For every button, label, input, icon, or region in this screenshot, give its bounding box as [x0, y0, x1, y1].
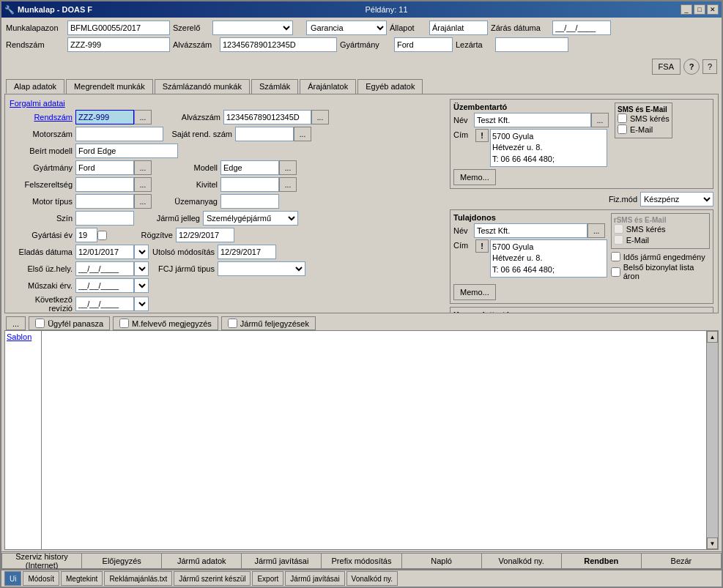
- sms-2-checkbox[interactable]: [614, 224, 623, 234]
- taskbar-jarmu-keszul[interactable]: Jármű szerint készül: [174, 571, 251, 586]
- tab-szamlazando[interactable]: Számlázandó munkák: [155, 79, 250, 94]
- modell-dots-button[interactable]: ...: [279, 160, 297, 175]
- munkalapazon-input[interactable]: [67, 21, 170, 35]
- uzemanyag-input[interactable]: [220, 194, 279, 209]
- alvazszam-header-input[interactable]: [220, 37, 337, 52]
- taskbar-modosit[interactable]: Módosít: [23, 571, 59, 586]
- extra-button[interactable]: ?: [702, 59, 717, 74]
- uzembentarto-exclaim-button[interactable]: !: [475, 129, 489, 142]
- content-scroll-up[interactable]: ▲: [707, 331, 718, 343]
- taskbar-export[interactable]: Export: [252, 571, 283, 586]
- bottom-tab-ugyfel[interactable]: Ügyfél panasza: [29, 316, 110, 330]
- taskbar-reklamajanlat[interactable]: Reklámajánlás.txt: [104, 571, 172, 586]
- tab-alap-adatok[interactable]: Alap adatok: [6, 79, 64, 94]
- rendszam-input[interactable]: [75, 110, 134, 124]
- zaras-datum-input[interactable]: [552, 21, 611, 35]
- bottom-tab-jarmu-felj[interactable]: Jármű feljegyzések: [221, 316, 316, 330]
- motor-tipus-input[interactable]: [75, 194, 134, 209]
- muszaki-select[interactable]: ▼: [134, 278, 149, 293]
- naplo-button[interactable]: Napló: [401, 553, 481, 569]
- gyartmany-header-input[interactable]: [394, 37, 453, 52]
- sablon-link[interactable]: Sablon: [7, 332, 31, 341]
- tulajdonos-nev-input[interactable]: [474, 223, 587, 238]
- fizmod-select[interactable]: Készpénz: [640, 192, 713, 206]
- bottom-tab-dots[interactable]: ...: [6, 316, 26, 330]
- allapot-input[interactable]: [429, 21, 488, 35]
- alvazszam-input[interactable]: [223, 110, 311, 124]
- eladas-datuma-select[interactable]: ▼: [134, 245, 149, 259]
- vonalkod-button[interactable]: Vonalkód ny.: [481, 553, 561, 569]
- tab-megrendelt-munkak[interactable]: Megrendelt munkák: [66, 79, 153, 94]
- bottom-tab-mfelvevo[interactable]: M.felvevő megjegyzés: [113, 316, 218, 330]
- sajat-rend-dots-button[interactable]: ...: [294, 127, 311, 141]
- prefix-mod-button[interactable]: Prefix módosítás: [321, 553, 401, 569]
- felszereltseg-input[interactable]: [75, 177, 134, 192]
- idosjarmu-checkbox[interactable]: [611, 252, 620, 261]
- elso-uz-input[interactable]: [75, 261, 134, 276]
- szerviz-history-button[interactable]: Szerviz history (Internet): [1, 553, 81, 569]
- minimize-button[interactable]: _: [681, 4, 692, 15]
- utolso-mod-input[interactable]: [218, 245, 276, 259]
- jarmu-felj-checkbox[interactable]: [228, 319, 237, 328]
- motorszam-input[interactable]: [75, 127, 163, 141]
- taskbar-ui[interactable]: Ui: [4, 571, 21, 586]
- gyartmany-input[interactable]: [75, 160, 134, 175]
- elso-uz-select[interactable]: ▼: [134, 261, 149, 276]
- gyartasi-ev-input[interactable]: [75, 228, 97, 242]
- beirt-modell-input[interactable]: [75, 144, 178, 158]
- taskbar-vonalkod[interactable]: Vonalkód ny.: [346, 571, 398, 586]
- sms-1-checkbox[interactable]: [618, 113, 627, 123]
- kovetkezo-select[interactable]: ▼: [134, 297, 149, 311]
- muszaki-input[interactable]: [75, 278, 134, 293]
- tulajdonos-memo-button[interactable]: Memo...: [453, 284, 496, 300]
- elojegyzes-button[interactable]: Előjegyzés: [81, 553, 161, 569]
- lezarta-input[interactable]: [495, 37, 568, 52]
- taskbar-megtekint[interactable]: Megtekint: [61, 571, 103, 586]
- email-2-checkbox[interactable]: [614, 235, 623, 245]
- gyartmany-dots-button[interactable]: ...: [134, 160, 152, 175]
- tulajdonos-exclaim-button[interactable]: !: [475, 239, 489, 253]
- jarmu-adatok-button[interactable]: Jármű adatok: [161, 553, 241, 569]
- garancia-select[interactable]: Garancia: [306, 21, 387, 35]
- taskbar-jarmu-jav[interactable]: Jármű javításai: [285, 571, 344, 586]
- uzembentarto-memo-button[interactable]: Memo...: [453, 169, 496, 185]
- szin-input[interactable]: [75, 211, 134, 226]
- rendszam-dots-button[interactable]: ...: [134, 110, 152, 124]
- content-scroll-down[interactable]: ▼: [707, 537, 718, 549]
- rogzitve-input[interactable]: [176, 228, 234, 242]
- tulajdonos-nev-dots[interactable]: ...: [587, 223, 604, 238]
- belso-biz-checkbox[interactable]: [611, 267, 620, 277]
- sajat-rend-input[interactable]: [235, 127, 294, 141]
- kivitel-dots-button[interactable]: ...: [279, 177, 297, 192]
- rendben-button[interactable]: Rendben: [561, 553, 641, 569]
- kovetkezo-input[interactable]: [75, 297, 134, 311]
- bezar-button[interactable]: Bezár: [641, 553, 722, 569]
- mfelvevo-checkbox[interactable]: [119, 319, 129, 328]
- alvazszam-dots-button[interactable]: ...: [311, 110, 329, 124]
- kivitel-input[interactable]: [220, 177, 279, 192]
- uzembentarto-nev-dots[interactable]: ...: [591, 113, 609, 127]
- gyartasi-ev-checkbox[interactable]: [97, 231, 107, 240]
- modell-input[interactable]: [220, 160, 279, 175]
- jarmu-jelleg-select[interactable]: Személygépjármű: [203, 211, 298, 226]
- tab-arajanlatok[interactable]: Árajánlatok: [300, 79, 356, 94]
- eladas-datuma-input[interactable]: [75, 245, 134, 259]
- uzembentarto-nev-input[interactable]: [474, 113, 591, 127]
- email-1-checkbox[interactable]: [618, 124, 627, 134]
- jarmu-javitasai-button[interactable]: Jármű javításai: [241, 553, 321, 569]
- fsa-button[interactable]: FSA: [652, 59, 681, 75]
- rendszam-header-input[interactable]: [67, 37, 170, 52]
- tab-szamlak[interactable]: Számlák: [251, 79, 298, 94]
- rendszam-label[interactable]: Rendszám: [10, 113, 75, 122]
- title-bar: 🔧 Munkalap - DOAS F Példány: 11 _ □ ✕: [1, 1, 722, 18]
- tab-egyeb-adatok[interactable]: Egyéb adatok: [357, 79, 423, 94]
- szerelo-select[interactable]: [212, 21, 293, 35]
- close-button[interactable]: ✕: [707, 4, 719, 15]
- felszereltseg-dots-button[interactable]: ...: [134, 177, 152, 192]
- maximize-button[interactable]: □: [694, 4, 705, 15]
- help-button[interactable]: ?: [683, 59, 700, 75]
- ugyfel-panasza-checkbox[interactable]: [35, 319, 45, 328]
- forgalmi-adatai-link[interactable]: Forgalmi adatai: [10, 99, 445, 108]
- motor-tipus-dots-button[interactable]: ...: [134, 194, 152, 209]
- fcj-select[interactable]: [218, 261, 305, 276]
